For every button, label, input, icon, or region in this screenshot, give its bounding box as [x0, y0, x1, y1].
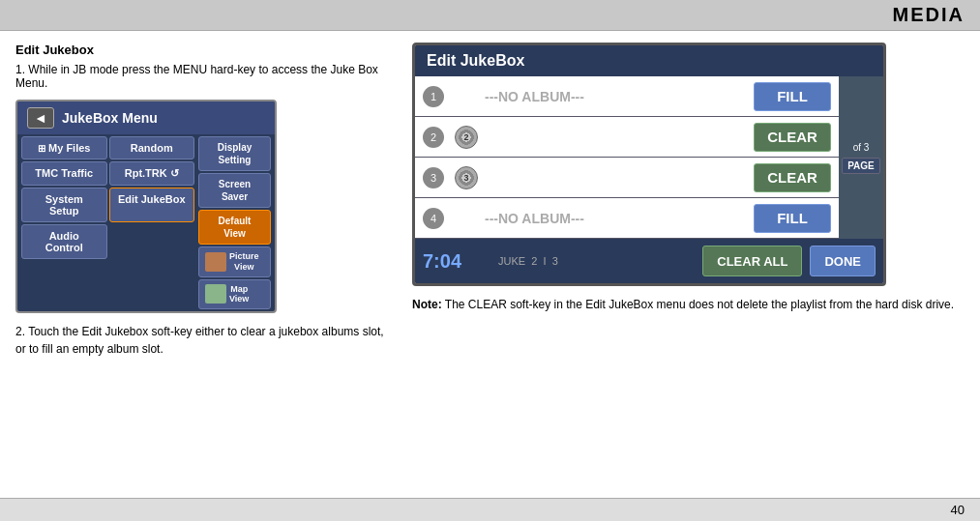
- main-content: Edit Jukebox 1. While in JB mode press t…: [0, 31, 980, 498]
- slot-number-2: 2: [415, 127, 452, 148]
- album-name-2: The Roots: [481, 130, 754, 145]
- jukebox-menu-body: ⊞My Files Random TMC Traffic Rpt.TRK ↺ S…: [17, 134, 275, 311]
- album-icon-3: 3: [452, 166, 481, 189]
- edit-jukebox-header: Edit JukeBox: [415, 45, 883, 76]
- table-row: 3 3 Murs 3-16 (The 9th Edition) CLEAR: [415, 158, 839, 198]
- note-section: Note: The CLEAR soft-key in the Edit Juk…: [412, 296, 965, 313]
- display-setting-button[interactable]: DisplaySetting: [198, 136, 271, 171]
- table-row: 4 ---NO ALBUM--- FILL: [415, 198, 839, 239]
- jukebox-rows-container: 1 ---NO ALBUM--- FILL 2 2: [415, 76, 883, 239]
- done-button[interactable]: DONE: [810, 246, 876, 276]
- cd-icon-3: 3: [455, 166, 478, 189]
- default-view-button[interactable]: DefaultView: [198, 210, 271, 245]
- album-name-1: ---NO ALBUM---: [481, 89, 754, 104]
- section-title: Edit Jukebox: [15, 43, 393, 57]
- right-column: Edit JukeBox 1 ---NO ALBUM--- FILL: [412, 43, 965, 486]
- album-name-4: ---NO ALBUM---: [481, 211, 754, 226]
- left-column: Edit Jukebox 1. While in JB mode press t…: [15, 43, 393, 486]
- page-footer: 40: [0, 498, 980, 521]
- clear-button-2[interactable]: CLEAR: [754, 123, 831, 152]
- of-text: of 3: [853, 142, 870, 154]
- header-title: MEDIA: [893, 4, 965, 25]
- map-view-button[interactable]: MapView: [198, 279, 271, 310]
- back-button[interactable]: ◄: [27, 107, 54, 129]
- edit-jukebox-screen: Edit JukeBox 1 ---NO ALBUM--- FILL: [412, 43, 886, 286]
- current-time: 7:04: [423, 250, 490, 273]
- jukebox-bottom-bar: 7:04 JUKE 2 I 3 CLEAR ALL DONE: [415, 239, 883, 283]
- slot-number-4: 4: [415, 208, 452, 229]
- page-button[interactable]: PAGE: [842, 158, 880, 174]
- jukebox-menu-titlebar: ◄ JukeBox Menu: [17, 101, 275, 134]
- jukebox-button-grid: ⊞My Files Random TMC Traffic Rpt.TRK ↺ S…: [17, 134, 198, 261]
- jukebox-main-buttons: ⊞My Files Random TMC Traffic Rpt.TRK ↺ S…: [17, 134, 198, 311]
- note-text: The CLEAR soft-key in the Edit JukeBox m…: [445, 298, 954, 311]
- album-name-3: Murs 3-16 (The 9th Edition): [481, 170, 754, 186]
- tmc-traffic-button[interactable]: TMC Traffic: [21, 161, 107, 186]
- table-row: 1 ---NO ALBUM--- FILL: [415, 76, 839, 117]
- picture-view-button[interactable]: PictureView: [198, 246, 271, 277]
- album-icon-2: 2: [452, 126, 481, 149]
- myfiles-button[interactable]: ⊞My Files: [21, 136, 107, 159]
- fill-button-1[interactable]: FILL: [754, 82, 831, 111]
- intro-paragraph: 1. While in JB mode press the MENU hard-…: [15, 63, 393, 90]
- jukebox-menu-illustration: ◄ JukeBox Menu ⊞My Files Random TMC Traf…: [15, 100, 277, 313]
- screen-saver-button[interactable]: ScreenSaver: [198, 173, 271, 208]
- audio-control-button[interactable]: Audio Control: [21, 224, 107, 259]
- page-header: MEDIA: [0, 0, 980, 31]
- slot-number-3: 3: [415, 167, 452, 188]
- cd-icon-2: 2: [455, 126, 478, 149]
- step2-paragraph: 2. Touch the Edit Jukebox soft-key eithe…: [15, 323, 393, 358]
- clear-all-button[interactable]: CLEAR ALL: [702, 246, 802, 276]
- jukebox-right-column: DisplaySetting ScreenSaver DefaultView P…: [198, 134, 275, 311]
- rpt-trk-button[interactable]: Rpt.TRK ↺: [109, 161, 195, 186]
- fill-button-4[interactable]: FILL: [754, 204, 831, 233]
- note-label: Note:: [412, 298, 442, 311]
- page-number: 40: [951, 503, 965, 517]
- system-setup-button[interactable]: System Setup: [21, 188, 107, 222]
- clear-button-3[interactable]: CLEAR: [754, 163, 831, 192]
- table-row: 2 2 The Roots CLEAR: [415, 117, 839, 158]
- jukebox-rows-main: 1 ---NO ALBUM--- FILL 2 2: [415, 76, 839, 239]
- edit-jukebox-button[interactable]: Edit JukeBox: [109, 188, 195, 222]
- slot-number-1: 1: [415, 86, 452, 107]
- edit-jukebox-title: Edit JukeBox: [427, 52, 524, 69]
- jukebox-menu-title: JukeBox Menu: [62, 110, 158, 126]
- juke-info: JUKE 2 I 3: [498, 255, 695, 267]
- page-indicator: of 3 PAGE: [839, 76, 883, 239]
- random-button[interactable]: Random: [109, 136, 195, 159]
